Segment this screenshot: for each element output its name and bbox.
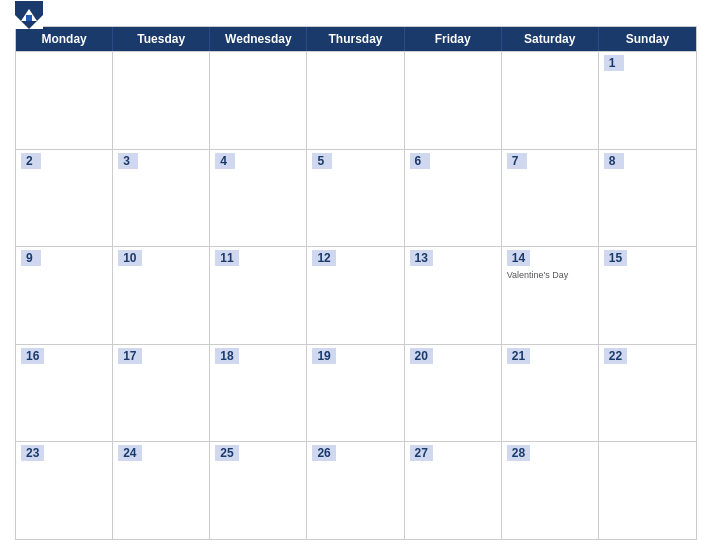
- calendar-cell: 6: [405, 150, 502, 247]
- cell-date: 20: [410, 348, 433, 364]
- day-header-wednesday: Wednesday: [210, 27, 307, 51]
- cell-date: 3: [118, 153, 138, 169]
- week-row-4: 232425262728: [16, 441, 696, 539]
- calendar-cell: 11: [210, 247, 307, 344]
- cell-date: 12: [312, 250, 335, 266]
- calendar-cell: [16, 52, 113, 149]
- cell-date: 21: [507, 348, 530, 364]
- logo: [15, 1, 46, 29]
- cell-date: 22: [604, 348, 627, 364]
- svg-rect-3: [26, 15, 32, 21]
- calendar-cell: 15: [599, 247, 696, 344]
- holiday-label: Valentine's Day: [507, 270, 593, 281]
- weeks-container: 1234567891011121314Valentine's Day151617…: [16, 51, 696, 539]
- day-header-sunday: Sunday: [599, 27, 696, 51]
- calendar-cell: 7: [502, 150, 599, 247]
- cell-date: 25: [215, 445, 238, 461]
- calendar-cell: 19: [307, 345, 404, 442]
- cell-date: 2: [21, 153, 41, 169]
- calendar-cell: 27: [405, 442, 502, 539]
- cell-date: 13: [410, 250, 433, 266]
- calendar-cell: 5: [307, 150, 404, 247]
- calendar-grid: MondayTuesdayWednesdayThursdayFridaySatu…: [15, 26, 697, 540]
- cell-date: 16: [21, 348, 44, 364]
- cell-date: 24: [118, 445, 141, 461]
- calendar-cell: 3: [113, 150, 210, 247]
- day-header-monday: Monday: [16, 27, 113, 51]
- cell-date: 15: [604, 250, 627, 266]
- calendar-cell: 28: [502, 442, 599, 539]
- calendar-cell: 18: [210, 345, 307, 442]
- calendar-cell: 13: [405, 247, 502, 344]
- day-header-friday: Friday: [405, 27, 502, 51]
- calendar-cell: 10: [113, 247, 210, 344]
- calendar-cell: [210, 52, 307, 149]
- calendar-cell: 1: [599, 52, 696, 149]
- calendar-cell: 12: [307, 247, 404, 344]
- calendar-header: [15, 10, 697, 20]
- cell-date: 19: [312, 348, 335, 364]
- cell-date: 9: [21, 250, 41, 266]
- cell-date: 4: [215, 153, 235, 169]
- week-row-3: 16171819202122: [16, 344, 696, 442]
- calendar-cell: 20: [405, 345, 502, 442]
- cell-date: 28: [507, 445, 530, 461]
- calendar-cell: 21: [502, 345, 599, 442]
- cell-date: 5: [312, 153, 332, 169]
- logo-icon: [15, 1, 43, 29]
- calendar-cell: [405, 52, 502, 149]
- calendar-cell: 2: [16, 150, 113, 247]
- cell-date: 1: [604, 55, 624, 71]
- cell-date: 26: [312, 445, 335, 461]
- calendar-cell: 24: [113, 442, 210, 539]
- cell-date: 8: [604, 153, 624, 169]
- calendar-cell: 17: [113, 345, 210, 442]
- cell-date: 27: [410, 445, 433, 461]
- cell-date: 23: [21, 445, 44, 461]
- days-header: MondayTuesdayWednesdayThursdayFridaySatu…: [16, 27, 696, 51]
- week-row-2: 91011121314Valentine's Day15: [16, 246, 696, 344]
- calendar-cell: 4: [210, 150, 307, 247]
- cell-date: 17: [118, 348, 141, 364]
- calendar-cell: 23: [16, 442, 113, 539]
- day-header-thursday: Thursday: [307, 27, 404, 51]
- calendar-cell: [113, 52, 210, 149]
- calendar-cell: [502, 52, 599, 149]
- calendar-cell: 14Valentine's Day: [502, 247, 599, 344]
- cell-date: 10: [118, 250, 141, 266]
- calendar-cell: 26: [307, 442, 404, 539]
- calendar-cell: [307, 52, 404, 149]
- week-row-1: 2345678: [16, 149, 696, 247]
- week-row-0: 1: [16, 51, 696, 149]
- cell-date: 11: [215, 250, 238, 266]
- calendar-cell: [599, 442, 696, 539]
- calendar-cell: 16: [16, 345, 113, 442]
- cell-date: 14: [507, 250, 530, 266]
- day-header-saturday: Saturday: [502, 27, 599, 51]
- cell-date: 6: [410, 153, 430, 169]
- day-header-tuesday: Tuesday: [113, 27, 210, 51]
- calendar-cell: 8: [599, 150, 696, 247]
- calendar-cell: 25: [210, 442, 307, 539]
- cell-date: 18: [215, 348, 238, 364]
- cell-date: 7: [507, 153, 527, 169]
- calendar-cell: 22: [599, 345, 696, 442]
- calendar-cell: 9: [16, 247, 113, 344]
